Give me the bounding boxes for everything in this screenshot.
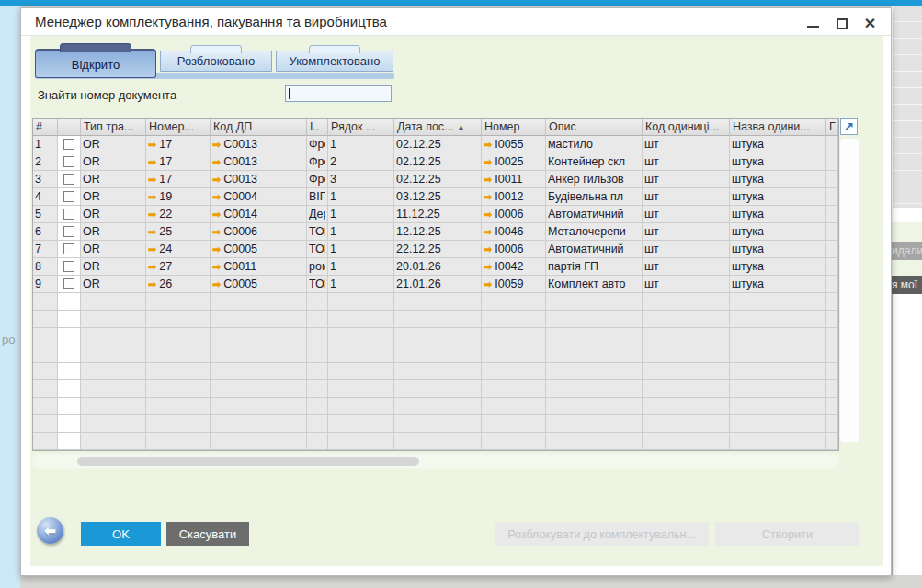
table-cell[interactable]: Дер	[307, 206, 328, 223]
row-checkbox[interactable]	[63, 191, 74, 202]
table-cell[interactable]: 22.12.25	[394, 241, 482, 258]
table-cell[interactable]: Будівельна пл	[546, 188, 643, 206]
table-cell[interactable]: ТОВ	[307, 276, 328, 293]
table-cell[interactable]: OR	[81, 258, 146, 276]
table-cell[interactable]: 7	[33, 241, 58, 258]
table-cell[interactable]: 02.12.25	[394, 171, 482, 188]
table-cell[interactable]: 1	[328, 276, 394, 293]
table-cell[interactable]: ➡22	[146, 206, 211, 223]
table-cell[interactable]	[58, 276, 81, 293]
table-cell[interactable]: ➡C0013	[211, 153, 307, 171]
table-cell[interactable]: 02.12.25	[394, 153, 482, 171]
expand-grid-icon[interactable]: ↗	[840, 118, 858, 135]
table-cell[interactable]: 3	[328, 171, 394, 188]
table-cell[interactable]: штука	[730, 188, 826, 206]
row-checkbox[interactable]	[63, 278, 74, 289]
table-cell[interactable]	[826, 171, 838, 188]
close-button[interactable]: ✕	[862, 16, 878, 31]
table-cell[interactable]	[58, 241, 81, 258]
table-cell[interactable]: ➡C0004	[211, 188, 307, 206]
table-cell[interactable]	[58, 136, 81, 153]
link-arrow-icon[interactable]: ➡	[148, 226, 156, 238]
background-delete-button-partial[interactable]: идали	[892, 242, 922, 260]
table-cell[interactable]	[826, 153, 838, 171]
background-button-partial[interactable]: я мої	[892, 276, 922, 294]
table-cell[interactable]: 12.12.25	[394, 223, 482, 241]
table-cell[interactable]: ➡17	[146, 171, 211, 188]
table-cell[interactable]: ром	[307, 258, 328, 276]
table-cell[interactable]: ➡C0006	[211, 223, 307, 241]
table-cell[interactable]: Автоматичний	[546, 206, 643, 223]
table-cell[interactable]: 20.01.26	[394, 258, 482, 276]
link-arrow-icon[interactable]: ➡	[484, 156, 492, 168]
table-cell[interactable]: Комплект авто	[546, 276, 643, 293]
table-cell[interactable]: ➡I0059	[482, 276, 546, 293]
table-cell[interactable]: 5	[33, 206, 58, 223]
table-cell[interactable]: 11.12.25	[394, 206, 482, 223]
table-cell[interactable]: 4	[33, 188, 58, 206]
link-arrow-icon[interactable]: ➡	[148, 156, 156, 168]
table-cell[interactable]: Автоматичний	[546, 241, 643, 258]
table-cell[interactable]: Металочерепи	[546, 223, 643, 241]
row-checkbox[interactable]	[63, 243, 74, 254]
link-arrow-icon[interactable]: ➡	[212, 226, 221, 238]
table-cell[interactable]: Контейнер скл	[546, 153, 643, 171]
table-cell[interactable]: ➡I0042	[482, 258, 546, 276]
link-arrow-icon[interactable]: ➡	[212, 209, 221, 220]
link-arrow-icon[interactable]: ➡	[148, 174, 156, 186]
table-cell[interactable]	[58, 153, 81, 171]
table-cell[interactable]	[58, 171, 81, 188]
table-cell[interactable]: OR	[81, 153, 146, 171]
column-header[interactable]: Номер...	[146, 119, 211, 136]
create-button[interactable]: Створити	[715, 523, 859, 546]
table-cell[interactable]: ВІП	[307, 188, 328, 206]
row-checkbox[interactable]	[63, 226, 74, 237]
table-cell[interactable]: шт	[643, 223, 730, 241]
table-cell[interactable]: OR	[81, 223, 146, 241]
table-cell[interactable]: ➡I0011	[482, 171, 546, 188]
table-cell[interactable]: ➡I0055	[482, 136, 546, 153]
table-cell[interactable]: 2	[33, 153, 58, 171]
link-arrow-icon[interactable]: ➡	[212, 156, 221, 168]
table-cell[interactable]: ➡17	[146, 153, 211, 171]
column-header[interactable]: Код одиниці...	[643, 119, 730, 136]
link-arrow-icon[interactable]: ➡	[148, 139, 156, 151]
table-cell[interactable]: 2	[328, 153, 394, 171]
table-cell[interactable]	[58, 258, 81, 276]
row-checkbox[interactable]	[63, 156, 74, 167]
table-cell[interactable]: 1	[328, 241, 394, 258]
table-cell[interactable]: ➡I0046	[482, 223, 546, 241]
table-cell[interactable]: шт	[643, 153, 730, 171]
link-arrow-icon[interactable]: ➡	[148, 209, 156, 220]
table-cell[interactable]: штука	[730, 276, 826, 293]
table-cell[interactable]	[58, 223, 81, 241]
release-to-pick-button[interactable]: Розблокувати до комплектувальн...	[495, 523, 709, 546]
row-checkbox[interactable]	[63, 139, 74, 150]
table-cell[interactable]: шт	[643, 258, 730, 276]
table-cell[interactable]	[826, 136, 838, 153]
table-cell[interactable]: 9	[33, 276, 58, 293]
document-number-input[interactable]	[285, 85, 392, 102]
link-arrow-icon[interactable]: ➡	[484, 261, 492, 273]
table-cell[interactable]: OR	[81, 206, 146, 223]
table-cell[interactable]: 21.01.26	[394, 276, 482, 293]
table-cell[interactable]: 1	[328, 223, 394, 241]
horizontal-scrollbar-thumb[interactable]	[77, 457, 419, 466]
table-cell[interactable]: мастило	[546, 136, 643, 153]
tab-released[interactable]: Розблоковано	[160, 51, 272, 72]
table-cell[interactable]: шт	[643, 136, 730, 153]
link-arrow-icon[interactable]: ➡	[148, 191, 156, 203]
table-cell[interactable]: ➡24	[146, 241, 211, 258]
column-header[interactable]: І..	[307, 119, 328, 136]
link-arrow-icon[interactable]: ➡	[212, 174, 221, 186]
table-cell[interactable]: OR	[81, 188, 146, 206]
ok-button[interactable]: OK	[81, 522, 161, 546]
link-arrow-icon[interactable]: ➡	[212, 139, 221, 151]
row-checkbox[interactable]	[63, 209, 74, 220]
table-cell[interactable]: партія ГП	[546, 258, 643, 276]
link-arrow-icon[interactable]: ➡	[484, 139, 492, 151]
column-header[interactable]: Дата пос...▲	[394, 119, 482, 136]
table-cell[interactable]: ➡27	[146, 258, 211, 276]
row-checkbox[interactable]	[63, 261, 74, 272]
table-cell[interactable]: Фре	[307, 136, 328, 153]
